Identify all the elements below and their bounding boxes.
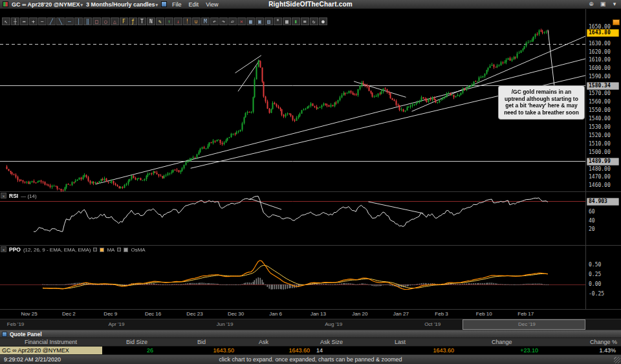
date-label: Feb 3 <box>435 311 448 317</box>
rsi-scale[interactable]: 8060402084.903 <box>585 192 621 245</box>
delete-drawing-icon[interactable]: ✕ <box>237 17 246 25</box>
ma-legend-swatch[interactable] <box>100 248 104 252</box>
horizontal-line-icon[interactable]: ─ <box>65 17 74 25</box>
arrow-up-marker-icon[interactable]: ↑ <box>165 17 173 25</box>
quote-panel-header[interactable]: Quote Panel <box>0 330 621 338</box>
column-header-change-pct[interactable]: Change % <box>576 339 621 345</box>
price-tick: 1470.00 <box>589 174 611 180</box>
ppo-tick: 0.50 <box>589 262 601 268</box>
bar-style-icon[interactable]: ≡ <box>301 17 309 25</box>
rectangle-icon[interactable]: □ <box>93 17 101 25</box>
quote-row[interactable]: GC ∞ Apr28'20 @NYMEX 26 1643.50 1643.60 … <box>0 347 621 355</box>
date-label: Dec 9 <box>104 311 117 317</box>
menu-file[interactable]: File <box>172 1 182 8</box>
price-tick: 1520.00 <box>589 133 611 139</box>
menu-edit[interactable]: Edit <box>189 1 199 8</box>
restore-window-icon[interactable]: ▣ <box>599 1 607 8</box>
measure-icon[interactable]: M <box>201 17 210 25</box>
undo-icon[interactable]: ↶ <box>210 17 219 25</box>
pan-icon[interactable]: ↔ <box>20 17 28 25</box>
scale-lock-button[interactable] <box>613 19 620 25</box>
column-header-ask-size[interactable]: Ask Size <box>314 339 388 345</box>
rsi-title: RSI <box>9 193 18 199</box>
rsi-tick: 20 <box>589 226 595 233</box>
price-chart-panel: ↖┼↔+−╱╲─│‖□○△FƒTN✎↑↓!∪M↶↷▱✕▦▣▤*▩▮≡↻● /GC… <box>0 9 621 192</box>
magnet-snap-icon[interactable]: ∪ <box>192 17 201 25</box>
price-tick: 1500.00 <box>589 149 611 156</box>
vertical-line-icon[interactable]: │ <box>74 17 83 25</box>
osma-checkbox[interactable] <box>117 248 121 252</box>
annotation-callout[interactable]: /GC gold remains in an uptrend although … <box>498 85 585 120</box>
date-label: Dec 16 <box>145 311 161 317</box>
zoom-in-icon[interactable]: + <box>29 17 38 25</box>
note-icon[interactable]: N <box>147 17 155 25</box>
ma-checkbox[interactable] <box>93 248 97 252</box>
candlestick-style-icon[interactable]: ▮ <box>292 17 300 25</box>
ppo-chart-canvas[interactable] <box>0 246 585 310</box>
fibonacci-retracement-icon[interactable]: F <box>120 17 128 25</box>
quote-instrument-cell: GC ∞ Apr28'20 @NYMEX <box>0 347 120 354</box>
column-header-last[interactable]: Last <box>388 339 485 345</box>
column-header-instrument[interactable]: Financial Instrument <box>0 339 120 345</box>
snapshot-icon[interactable]: ▣ <box>256 17 264 25</box>
save-chart-icon[interactable]: ▦ <box>246 17 255 25</box>
ppo-tick: 0.25 <box>589 272 601 278</box>
osma-legend-swatch[interactable] <box>124 248 128 252</box>
pointer-icon[interactable]: ↖ <box>2 17 10 25</box>
crosshair-icon[interactable]: ┼ <box>11 17 19 25</box>
fibonacci-extension-icon[interactable]: ƒ <box>129 17 137 25</box>
redo-icon[interactable]: ↷ <box>219 17 228 25</box>
overview-month-label: Dec '19 <box>518 321 536 327</box>
quote-ask-size: 14 <box>314 347 388 354</box>
quote-panel-title: Quote Panel <box>10 331 42 337</box>
instrument-selector[interactable]: GC ∞ Apr28'20 @NYMEX▾ <box>12 1 83 8</box>
trendline-icon[interactable]: ╱ <box>47 17 56 25</box>
ma-legend-label: MA <box>107 247 114 253</box>
menu-view[interactable]: View <box>206 1 218 8</box>
price-alert-icon[interactable]: ! <box>183 17 191 25</box>
ppo-scale[interactable]: 0.500.250.00-0.25 <box>585 246 621 309</box>
column-header-bid[interactable]: Bid <box>191 339 252 345</box>
text-tool-icon[interactable]: T <box>138 17 146 25</box>
date-label: Jan 13 <box>310 311 326 317</box>
ellipse-icon[interactable]: ○ <box>102 17 110 25</box>
arrow-down-marker-icon[interactable]: ↓ <box>174 17 182 25</box>
callout-icon[interactable]: ✎ <box>156 17 164 25</box>
column-header-bid-size[interactable]: Bid Size <box>120 339 191 345</box>
resize-grip[interactable] <box>614 357 620 363</box>
price-tick: 1540.00 <box>589 116 611 122</box>
chevron-down-icon: ▾ <box>156 3 158 7</box>
quote-change: +23.10 <box>485 347 576 354</box>
date-label: Jan 20 <box>352 311 367 317</box>
channel-icon[interactable]: ‖ <box>83 17 92 25</box>
date-label: Dec 23 <box>186 311 202 317</box>
lock-icon[interactable]: ● <box>319 17 327 25</box>
overview-month-label: Aug '19 <box>325 321 342 327</box>
date-axis[interactable]: Nov 25Dec 2Dec 9Dec 16Dec 23Dec 30Jan 6J… <box>0 310 621 319</box>
timeframe-selector[interactable]: 3 Months/Hourly candles▾ <box>86 1 158 8</box>
print-icon[interactable]: ▤ <box>265 17 273 25</box>
rsi-chart-canvas[interactable] <box>0 192 585 246</box>
rsi-tick: 60 <box>589 209 595 215</box>
zoom-window-icon[interactable]: ⊕ <box>587 1 595 8</box>
quote-bid: 1643.50 <box>191 347 252 354</box>
column-header-change[interactable]: Change <box>485 339 576 345</box>
price-tick: 1570.00 <box>589 91 611 97</box>
price-tick: 1510.00 <box>589 141 611 147</box>
date-label: Dec 2 <box>62 311 76 317</box>
ray-icon[interactable]: ╲ <box>56 17 65 25</box>
window-menu-icon[interactable]: ▾ <box>611 1 618 8</box>
level-price-tag: 1580.34 <box>587 82 619 90</box>
grid-icon[interactable]: ▩ <box>283 17 291 25</box>
zoom-out-icon[interactable]: − <box>38 17 47 25</box>
triangle-icon[interactable]: △ <box>111 17 119 25</box>
price-scale[interactable]: 1650.001630.001620.001610.001600.001590.… <box>585 9 621 191</box>
status-bar: 9:29:02 AM 2/21/2020 click chart to expa… <box>0 355 621 364</box>
close-icon[interactable]: × <box>1 193 6 198</box>
settings-icon[interactable]: * <box>274 17 282 25</box>
chart-overview-scrollbar[interactable]: Feb '19Apr '19Jun '19Aug '19Oct '19Dec '… <box>0 319 621 330</box>
refresh-icon[interactable]: ↻ <box>310 17 318 25</box>
eraser-icon[interactable]: ▱ <box>228 17 237 25</box>
column-header-ask[interactable]: Ask <box>252 339 314 345</box>
close-icon[interactable]: × <box>1 246 6 252</box>
